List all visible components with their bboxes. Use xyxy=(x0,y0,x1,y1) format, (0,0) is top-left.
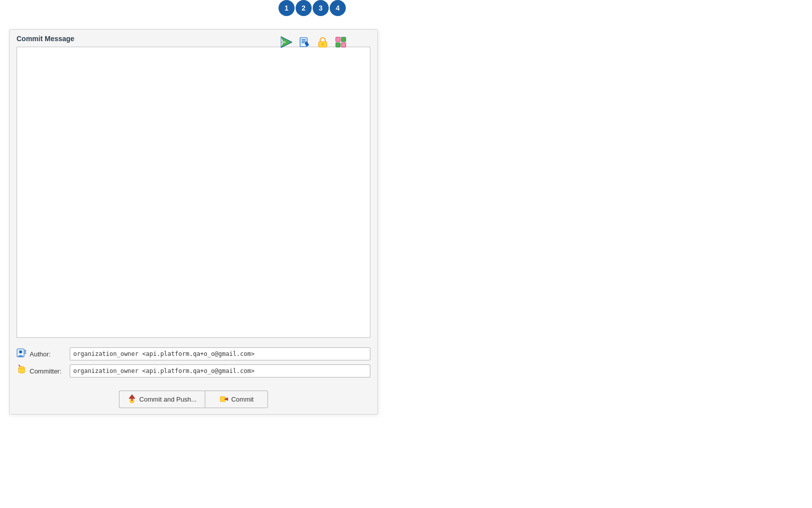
committer-icon xyxy=(17,365,27,377)
commit-and-push-label: Commit and Push... xyxy=(140,396,197,403)
author-input[interactable] xyxy=(70,347,370,360)
svg-rect-13 xyxy=(336,43,340,47)
badge-1: 1 xyxy=(279,0,295,16)
author-row: Author: xyxy=(17,347,370,360)
committer-input[interactable] xyxy=(70,364,370,377)
badge-3: 3 xyxy=(313,0,329,16)
commit-push-icon xyxy=(127,394,137,405)
grid-icon[interactable] xyxy=(333,34,349,50)
commit-and-push-button[interactable]: Commit and Push... xyxy=(119,391,205,408)
svg-rect-12 xyxy=(341,37,346,42)
commit-icon xyxy=(219,394,228,405)
toolbar-row xyxy=(279,34,349,50)
badge-4: 4 xyxy=(330,0,346,16)
svg-rect-11 xyxy=(336,37,340,42)
committer-label: Committer: xyxy=(30,367,70,375)
committer-row: Committer: xyxy=(17,364,370,377)
edit-icon[interactable] xyxy=(297,34,313,50)
buttons-row: Commit and Push... Commit xyxy=(10,387,377,414)
svg-rect-10 xyxy=(322,44,323,46)
commit-label: Commit xyxy=(231,396,254,403)
author-label: Author: xyxy=(30,350,70,358)
main-panel: Commit Message Author: xyxy=(9,29,378,415)
page-wrapper: 1 2 3 4 xyxy=(0,0,812,508)
svg-rect-14 xyxy=(341,43,346,47)
badges-row: 1 2 3 4 xyxy=(279,0,346,16)
fields-section: Author: Committer: xyxy=(10,344,377,387)
commit-button[interactable]: Commit xyxy=(205,391,268,408)
svg-point-16 xyxy=(19,350,22,353)
svg-marker-24 xyxy=(129,395,135,399)
send-email-icon[interactable] xyxy=(279,34,295,50)
svg-rect-2 xyxy=(282,41,286,43)
lock-icon[interactable] xyxy=(315,34,331,50)
commit-message-input[interactable] xyxy=(17,47,370,338)
author-icon xyxy=(17,348,27,360)
badge-2: 2 xyxy=(296,0,312,16)
